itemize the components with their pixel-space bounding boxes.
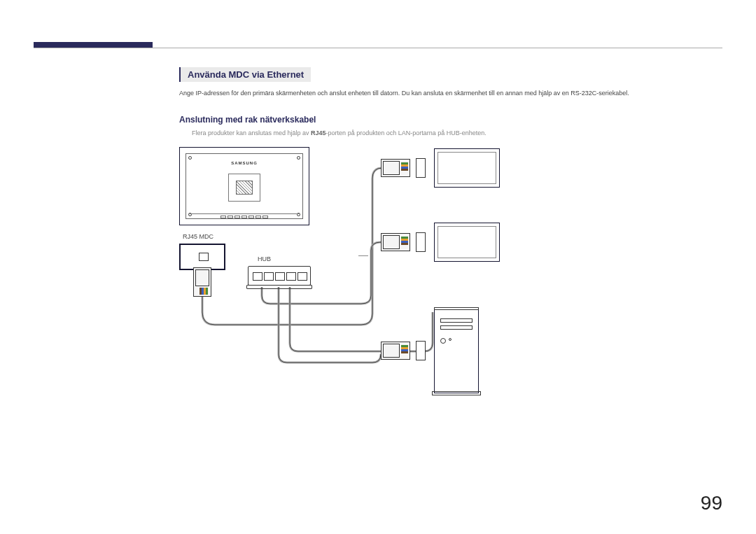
- rj45-port-icon: [179, 244, 225, 270]
- rj45-label: RJ45 MDC: [183, 233, 214, 240]
- hub-base: [246, 285, 312, 289]
- ethernet-plug-icon-b: [381, 159, 410, 177]
- header-divider: [34, 48, 722, 48]
- socket-icon-b: [416, 158, 426, 178]
- page-number: 99: [701, 492, 722, 514]
- ethernet-plug-icon-d: [381, 342, 410, 360]
- hub-icon: [248, 266, 311, 286]
- brand-label: SAMSUNG: [186, 161, 302, 165]
- display-icon-2: [434, 223, 500, 262]
- socket-icon-c: [416, 232, 426, 252]
- connection-diagram: SAMSUNG RJ45 MDC HUB: [179, 147, 529, 427]
- pc-tower-icon: [434, 309, 479, 393]
- intro-paragraph: Ange IP-adressen för den primära skärmen…: [179, 90, 629, 97]
- header-accent-bar: [34, 42, 153, 48]
- section-title: Använda MDC via Ethernet: [179, 67, 311, 82]
- display-icon-1: [434, 148, 500, 188]
- hub-label: HUB: [258, 255, 271, 262]
- sub-title: Anslutning med rak nätverkskabel: [179, 115, 316, 125]
- ethernet-plug-icon-c: [381, 233, 410, 251]
- main-display-rear-icon: SAMSUNG: [179, 147, 309, 225]
- note-prefix: Flera produkter kan anslutas med hjälp a…: [192, 129, 311, 136]
- ethernet-plug-icon-a: [193, 267, 211, 297]
- note-bold: RJ45: [311, 129, 326, 136]
- note-line: Flera produkter kan anslutas med hjälp a…: [179, 129, 486, 136]
- socket-icon-d: [416, 341, 426, 360]
- note-suffix: -porten på produkten och LAN-portarna på…: [326, 129, 486, 136]
